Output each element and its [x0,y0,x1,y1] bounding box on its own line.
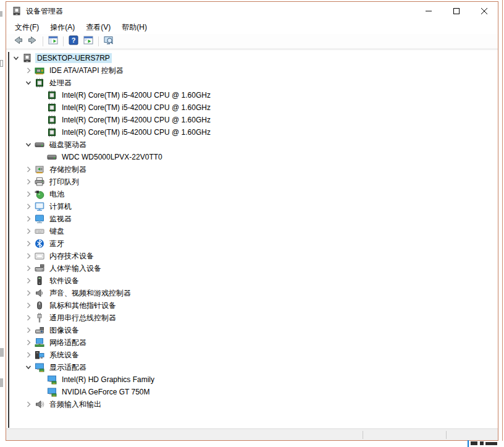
chevron-spacer [36,103,46,113]
tree-item[interactable]: 图像设备 [6,324,498,336]
menu-action[interactable]: 操作(A) [44,20,80,35]
tree-item[interactable]: 声音、视频和游戏控制器 [6,287,498,299]
chevron-collapsed-icon[interactable] [23,350,33,360]
menu-view[interactable]: 查看(V) [80,20,116,35]
device-tree: DESKTOP-UERS7RP IDE ATA/ATAPI 控制器 处理器 In… [6,52,498,428]
tree-item[interactable]: 内存技术设备 [6,250,498,262]
chevron-expanded-icon[interactable] [23,140,33,150]
tree-item[interactable]: 键盘 [6,225,498,237]
minimize-button[interactable] [414,2,442,20]
tree-item[interactable]: 软件设备 [6,275,498,287]
tree-item-label: 显示适配器 [48,362,88,373]
chevron-spacer [36,152,46,162]
chevron-expanded-icon[interactable] [11,53,21,63]
tree-item[interactable]: 系统设备 [6,349,498,361]
menu-help[interactable]: 帮助(H) [116,20,153,35]
tree-item[interactable]: 蓝牙 [6,237,498,250]
chevron-collapsed-icon[interactable] [23,239,33,249]
toolbar-separator [43,36,43,46]
tree-item-label: 网络适配器 [48,337,88,349]
device-manager-window: 设备管理器 文件(F) 操作(A) 查看(V) 帮助(H) ? DESKTOP-… [6,1,498,441]
chevron-collapsed-icon[interactable] [23,263,33,273]
taskbar-fragment [485,442,497,445]
title-bar[interactable]: 设备管理器 [6,2,498,20]
help-button[interactable]: ? [66,35,81,48]
cpu-icon [47,90,57,100]
chevron-collapsed-icon[interactable] [23,202,33,211]
background-window-fragment [0,378,3,387]
tree-item[interactable]: 音频输入和输出 [6,398,498,411]
chevron-collapsed-icon[interactable] [23,251,33,261]
tree-item[interactable]: 电池 [6,188,498,200]
action-button[interactable] [81,35,96,48]
chevron-collapsed-icon[interactable] [23,300,33,310]
tree-item-label: 人体学输入设备 [48,263,103,275]
tree-item[interactable]: Intel(R) HD Graphics Family [6,373,498,386]
tree-item[interactable]: 显示适配器 [6,361,498,373]
forward-arrow-icon [28,35,38,47]
tree-item-label: 内存技术设备 [48,250,96,262]
tree-item[interactable]: NVIDIA GeForce GT 750M [6,386,498,398]
maximize-icon [453,8,460,14]
back-arrow-icon [13,35,23,47]
monitor-icon [35,214,44,224]
chevron-spacer [36,115,46,125]
chevron-collapsed-icon[interactable] [23,288,33,298]
chevron-collapsed-icon[interactable] [23,177,33,187]
chevron-spacer [36,375,46,385]
chevron-collapsed-icon[interactable] [23,66,33,75]
tree-item[interactable]: Intel(R) Core(TM) i5-4200U CPU @ 1.60GHz [6,89,498,101]
chevron-collapsed-icon[interactable] [23,325,33,335]
chevron-collapsed-icon[interactable] [23,189,33,199]
tree-item[interactable]: Intel(R) Core(TM) i5-4200U CPU @ 1.60GHz [6,114,498,126]
keyboard-icon [35,226,44,236]
chevron-expanded-icon[interactable] [23,78,33,88]
tree-item[interactable]: IDE ATA/ATAPI 控制器 [6,64,498,77]
tree-item-label: 键盘 [48,226,66,237]
chevron-collapsed-icon[interactable] [23,164,33,174]
tree-item[interactable]: 处理器 [6,77,498,89]
cpu-icon [47,127,57,137]
svg-text:?: ? [72,36,76,44]
tree-item[interactable]: 网络适配器 [6,336,498,349]
tree-item[interactable]: 计算机 [6,200,498,213]
display-adapter-icon [47,387,57,397]
tree-item-label: 蓝牙 [48,238,66,250]
chevron-collapsed-icon[interactable] [23,338,33,347]
chevron-collapsed-icon[interactable] [23,399,33,409]
disk-drive-icon [35,140,44,150]
back-button[interactable] [10,35,25,48]
help-icon: ? [69,35,78,47]
tree-item[interactable]: 监视器 [6,213,498,225]
network-adapter-icon [35,338,44,347]
tree-item-label: Intel(R) Core(TM) i5-4200U CPU @ 1.60GHz [60,115,212,125]
tree-item[interactable]: 存储控制器 [6,163,498,176]
chevron-expanded-icon[interactable] [23,362,33,372]
background-window-fragment [0,60,3,67]
tree-item[interactable]: DESKTOP-UERS7RP [6,52,498,64]
tree-item-label: 通用串行总线控制器 [48,312,118,324]
menu-file[interactable]: 文件(F) [9,20,44,35]
cpu-icon [35,78,44,88]
usb-icon [35,313,44,323]
tree-item[interactable]: 人体学输入设备 [6,262,498,275]
tree-item[interactable]: 磁盘驱动器 [6,138,498,151]
show-console-tree-button[interactable] [46,35,61,48]
maximize-button[interactable] [442,2,470,20]
chevron-collapsed-icon[interactable] [23,214,33,224]
chevron-collapsed-icon[interactable] [23,313,33,323]
forward-button[interactable] [25,35,40,48]
chevron-collapsed-icon[interactable] [23,276,33,286]
close-button[interactable] [470,2,498,20]
scan-hardware-button[interactable] [101,35,116,48]
tree-item[interactable]: 通用串行总线控制器 [6,312,498,324]
tree-item[interactable]: 打印队列 [6,176,498,188]
tree-item[interactable]: Intel(R) Core(TM) i5-4200U CPU @ 1.60GHz [6,126,498,138]
status-bar [6,428,498,440]
tree-item[interactable]: 鼠标和其他指针设备 [6,299,498,312]
tree-item[interactable]: WDC WD5000LPVX-22V0TT0 [6,151,498,163]
tree-item-label: 计算机 [48,201,74,213]
tree-item[interactable]: Intel(R) Core(TM) i5-4200U CPU @ 1.60GHz [6,101,498,114]
chevron-collapsed-icon[interactable] [23,226,33,236]
status-separator [446,431,447,439]
